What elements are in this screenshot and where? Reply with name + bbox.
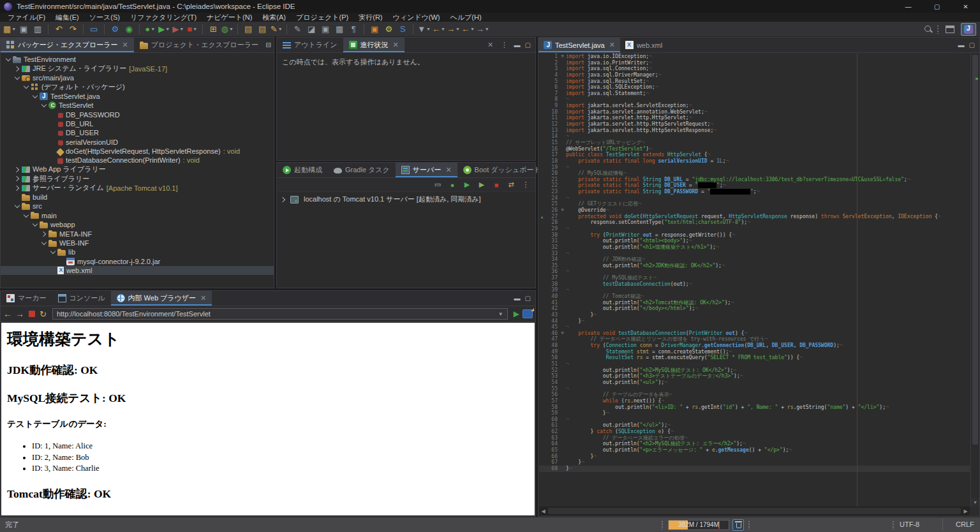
- menu-リファクタリング[interactable]: リファクタリング(T): [125, 13, 202, 22]
- line-number[interactable]: 28: [545, 219, 559, 226]
- line-number[interactable]: 20: [545, 170, 559, 177]
- expander-icon[interactable]: [40, 230, 47, 237]
- tab-内部 Web ブラウザー[interactable]: 内部 Web ブラウザー✕: [111, 291, 212, 306]
- tree-item-serialVersionUID[interactable]: serialVersionUID: [1, 138, 274, 147]
- line-number[interactable]: 42: [545, 306, 559, 312]
- collapse-all-icon[interactable]: ▭: [433, 181, 442, 189]
- expander-icon[interactable]: [31, 221, 38, 228]
- fold-icon[interactable]: ⊖: [559, 207, 566, 214]
- line-number[interactable]: 31: [545, 238, 559, 244]
- line-number[interactable]: 9: [545, 103, 559, 109]
- new-class-icon[interactable]: ◍▼: [221, 23, 234, 36]
- run-garbage-collector-button[interactable]: [732, 519, 744, 531]
- tab-サーバー[interactable]: サーバー✕: [396, 163, 457, 177]
- line-number[interactable]: 5: [545, 78, 559, 85]
- browser-go-icon[interactable]: ▶: [514, 309, 519, 318]
- tree-item-main[interactable]: main: [1, 211, 274, 220]
- browser-url-input[interactable]: http://localhost:8080/TestEnvironment/Te…: [52, 308, 508, 320]
- line-number[interactable]: 66: [545, 454, 559, 460]
- tree-item-(デフォルト・パッケージ)[interactable]: (デフォルト・パッケージ): [1, 82, 274, 91]
- tree-item-TestServlet.java[interactable]: TestServlet.java: [1, 92, 274, 101]
- tree-item-webapp[interactable]: webapp: [1, 220, 274, 229]
- line-ending-indicator[interactable]: CRLF: [956, 521, 974, 528]
- collapse-all-icon[interactable]: ⊟: [264, 41, 273, 49]
- line-number[interactable]: 48: [545, 343, 559, 349]
- line-number[interactable]: 1: [545, 54, 559, 60]
- tab-進行状況[interactable]: 進行状況✕: [343, 38, 405, 52]
- line-number[interactable]: 40: [545, 293, 559, 300]
- line-number[interactable]: 64: [545, 441, 559, 447]
- server-row[interactable]: localhost の Tomcat v10.1 サーバー [起動済み, 同期済…: [277, 192, 535, 207]
- new-gear-icon[interactable]: ⚙: [382, 23, 395, 36]
- tab-コンソール[interactable]: コンソール: [52, 291, 111, 306]
- line-number[interactable]: 61: [545, 422, 559, 429]
- line-number[interactable]: 59: [545, 410, 559, 417]
- new-wizard-icon[interactable]: ▦▼: [3, 23, 16, 36]
- tab-close-icon[interactable]: ✕: [393, 41, 399, 49]
- tab-close-icon[interactable]: ✕: [445, 166, 451, 174]
- line-number[interactable]: 18: [545, 158, 559, 165]
- line-number[interactable]: 54: [545, 380, 559, 386]
- line-number[interactable]: 21: [545, 177, 559, 183]
- menu-プロジェクト[interactable]: プロジェクト(P): [291, 13, 353, 22]
- menu-実行[interactable]: 実行(R): [353, 13, 387, 22]
- minimize-view-icon[interactable]: ▬: [514, 295, 521, 302]
- line-number[interactable]: 37: [545, 275, 559, 281]
- expander-icon[interactable]: [4, 56, 11, 63]
- url-dropdown-icon[interactable]: ▼: [498, 311, 503, 317]
- menu-ウィンドウ[interactable]: ウィンドウ(W): [388, 13, 445, 22]
- stop-server-icon[interactable]: ■: [492, 181, 501, 189]
- tree-item-サーバー・ランタイム[interactable]: サーバー・ランタイム[Apache Tomcat v10.1]: [1, 183, 274, 192]
- line-number[interactable]: 15: [545, 140, 559, 146]
- undo-icon[interactable]: ↶: [52, 23, 65, 36]
- line-number[interactable]: 23: [545, 189, 559, 195]
- menu-ヘルプ[interactable]: ヘルプ(H): [445, 13, 487, 22]
- line-number[interactable]: 3: [545, 66, 559, 72]
- heap-status-gauge[interactable]: 382M / 1794M: [668, 520, 729, 530]
- line-number[interactable]: 25: [545, 201, 559, 207]
- menu-検索[interactable]: 検索(A): [257, 13, 291, 22]
- hscroll-right-arrow[interactable]: ▶: [961, 508, 970, 514]
- line-number[interactable]: 12: [545, 121, 559, 128]
- tab-close-icon[interactable]: ✕: [200, 294, 206, 302]
- tree-item-DB_PASSWORD[interactable]: DB_PASSWORD: [1, 110, 274, 119]
- line-number[interactable]: 35: [545, 263, 559, 269]
- javadoc-pen-icon[interactable]: ✎▼: [270, 23, 283, 36]
- line-number[interactable]: 8: [545, 96, 559, 103]
- open-folders-icon[interactable]: ▤: [242, 23, 255, 36]
- tab-マーカー[interactable]: マーカー: [1, 291, 52, 306]
- view-menu-icon[interactable]: ⋮: [521, 181, 530, 189]
- tree-item-mysql-connector-j-9.2.0.jar[interactable]: mysql-connector-j-9.2.0.jar: [1, 257, 274, 266]
- new-sql-icon[interactable]: S: [396, 23, 409, 36]
- line-number[interactable]: 68: [545, 466, 559, 472]
- debug-server-icon[interactable]: ●: [448, 181, 457, 189]
- open-external-browser-icon[interactable]: [523, 309, 533, 318]
- menu-編集[interactable]: 編集(E): [50, 13, 84, 22]
- expander-icon[interactable]: [13, 166, 20, 173]
- tree-item-Web App ライブラリー[interactable]: Web App ライブラリー: [1, 165, 274, 174]
- build-all-icon[interactable]: ▦: [333, 23, 346, 36]
- line-number[interactable]: 44: [545, 318, 559, 325]
- line-number[interactable]: 58: [545, 404, 559, 411]
- start-server-icon[interactable]: ▶: [463, 181, 471, 189]
- encoding-indicator[interactable]: UTF-8: [900, 521, 919, 528]
- line-number[interactable]: 49: [545, 349, 559, 355]
- line-number[interactable]: 4: [545, 72, 559, 78]
- tree-item-doGet(HttpServletRequest, HttpServletResponse)[interactable]: doGet(HttpServletRequest, HttpServletRes…: [1, 147, 274, 156]
- run-icon[interactable]: ▶▼: [158, 23, 170, 36]
- search-icon[interactable]: [924, 25, 933, 34]
- line-number[interactable]: 51: [545, 361, 559, 367]
- line-number[interactable]: 63: [545, 435, 559, 441]
- tab-Gradle タスク[interactable]: Gradle タスク: [328, 163, 396, 177]
- expander-icon[interactable]: [40, 102, 47, 109]
- line-number[interactable]: 34: [545, 256, 559, 263]
- close-button[interactable]: ✕: [951, 0, 980, 13]
- line-number[interactable]: 53: [545, 373, 559, 380]
- tab-Boot ダッシュボード[interactable]: Boot ダッシュボード: [457, 163, 547, 177]
- tree-item-src/main/java[interactable]: src/main/java: [1, 73, 274, 82]
- tab-起動構成[interactable]: 起動構成: [277, 163, 328, 177]
- next-annotation-icon[interactable]: ▣: [319, 23, 332, 36]
- tree-item-testDatabaseConnection(PrintWriter)[interactable]: testDatabaseConnection(PrintWriter): voi…: [1, 156, 274, 165]
- line-number[interactable]: 2: [545, 60, 559, 66]
- line-number[interactable]: 47: [545, 336, 559, 343]
